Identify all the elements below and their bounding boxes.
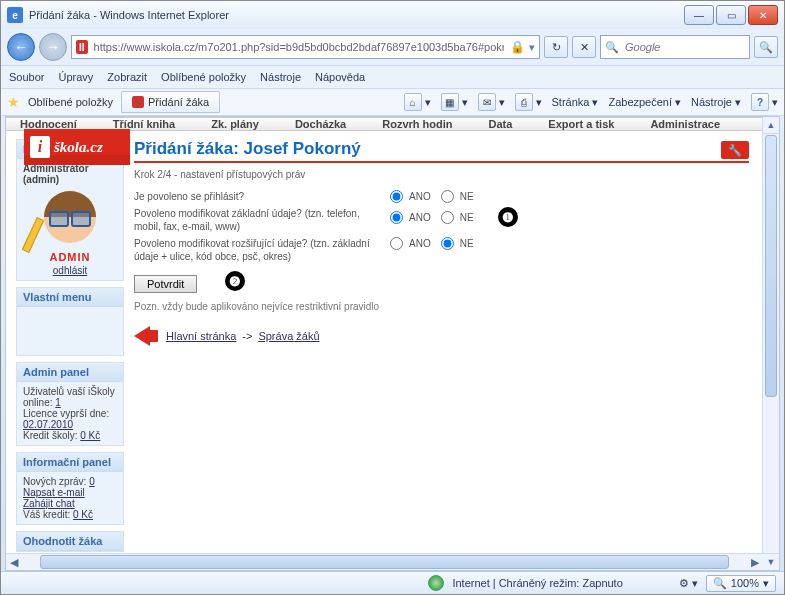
- statusbar: Internet | Chráněný režim: Zapnuto ⚙ ▾ 🔍…: [1, 571, 784, 594]
- form-row-basic: Povoleno modifikovat základní údaje? (tz…: [134, 207, 749, 233]
- panel-admin: Admin panel Uživatelů vaší iŠkoly online…: [16, 362, 124, 446]
- breadcrumb-home[interactable]: Hlavní stránka: [166, 330, 236, 342]
- new-messages-link[interactable]: 0: [89, 476, 95, 487]
- site-logo[interactable]: i škola.cz: [24, 129, 130, 165]
- logout-link[interactable]: odhlásit: [53, 265, 87, 276]
- zoom-control[interactable]: 🔍 100% ▾: [706, 575, 776, 592]
- scroll-down-icon[interactable]: ▼: [763, 553, 779, 570]
- subnav-administrace[interactable]: Administrace: [650, 118, 720, 130]
- back-arrow-icon: [134, 326, 150, 346]
- panel-info: Informační panel Nových zpráv: 0 Napsat …: [16, 452, 124, 525]
- print-icon[interactable]: ⎙: [515, 93, 533, 111]
- breadcrumb-current[interactable]: Správa žáků: [258, 330, 319, 342]
- subnav-rozvrh[interactable]: Rozvrh hodin: [382, 118, 452, 130]
- menu-edit[interactable]: Úpravy: [58, 71, 93, 83]
- subnav-dochazka[interactable]: Docházka: [295, 118, 346, 130]
- users-online-link[interactable]: 1: [55, 397, 61, 408]
- address-bar[interactable]: II 🔒 ▾: [71, 35, 540, 59]
- protected-mode-icon[interactable]: ⚙ ▾: [679, 577, 698, 590]
- form-row-extended: Povoleno modifikovat rozšiřující údaje? …: [134, 237, 749, 263]
- hscroll-thumb[interactable]: [40, 555, 729, 569]
- status-zone: Internet | Chráněný režim: Zapnuto: [452, 577, 622, 589]
- favorites-row: ★ Oblíbené položky Přidání žáka ⌂▾ ▦▾ ✉▾…: [1, 89, 784, 116]
- home-icon[interactable]: ⌂: [404, 93, 422, 111]
- step-label: Krok 2/4 - nastavení přístupových práv: [134, 169, 749, 180]
- chevron-down-icon[interactable]: ▾: [536, 96, 542, 109]
- chevron-down-icon[interactable]: ▾: [772, 96, 778, 109]
- search-provider-icon: 🔍: [605, 41, 619, 54]
- menubar: Soubor Úpravy Zobrazit Oblíbené položky …: [1, 65, 784, 89]
- subnav-data[interactable]: Data: [489, 118, 513, 130]
- subnav-zk-plany[interactable]: Zk. plány: [211, 118, 259, 130]
- school-credit-link[interactable]: 0 Kč: [80, 430, 100, 441]
- cmd-safety[interactable]: Zabezpečení ▾: [608, 96, 681, 109]
- menu-help[interactable]: Nápověda: [315, 71, 365, 83]
- search-input[interactable]: [623, 40, 745, 54]
- menu-tools[interactable]: Nástroje: [260, 71, 301, 83]
- radio-login-no[interactable]: [441, 190, 454, 203]
- maximize-button[interactable]: ▭: [716, 5, 746, 25]
- avatar-icon: [35, 189, 105, 249]
- write-email-link[interactable]: Napsat e-mail: [23, 487, 85, 498]
- scroll-thumb[interactable]: [765, 135, 777, 397]
- submit-button[interactable]: Potvrdit: [134, 275, 197, 293]
- favorites-star-icon[interactable]: ★: [7, 94, 20, 110]
- back-button[interactable]: ←: [7, 33, 35, 61]
- refresh-button[interactable]: ↻: [544, 36, 568, 58]
- chevron-down-icon[interactable]: ▾: [499, 96, 505, 109]
- address-row: ← → II 🔒 ▾ ↻ ✕ 🔍 🔍: [1, 29, 784, 65]
- radio-ext-no[interactable]: [441, 237, 454, 250]
- radio-ext-yes[interactable]: [390, 237, 403, 250]
- vertical-scrollbar[interactable]: ▲ ▼: [762, 117, 779, 570]
- search-go-button[interactable]: 🔍: [754, 36, 778, 58]
- favorites-label[interactable]: Oblíbené položky: [28, 96, 113, 108]
- url-input[interactable]: [92, 40, 506, 54]
- logo-text: škola.cz: [54, 139, 103, 156]
- panel-rate-header: Ohodnotit žáka: [17, 532, 123, 551]
- close-button[interactable]: ✕: [748, 5, 778, 25]
- horizontal-scrollbar[interactable]: ◀ ▶: [6, 553, 763, 570]
- search-box[interactable]: 🔍: [600, 35, 750, 59]
- minimize-button[interactable]: —: [684, 5, 714, 25]
- cmd-tools[interactable]: Nástroje ▾: [691, 96, 741, 109]
- titlebar: e Přidání žáka - Windows Internet Explor…: [1, 1, 784, 29]
- feeds-icon[interactable]: ▦: [441, 93, 459, 111]
- stop-button[interactable]: ✕: [572, 36, 596, 58]
- cmd-page[interactable]: Stránka ▾: [552, 96, 599, 109]
- radio-basic-yes[interactable]: [390, 211, 403, 224]
- tab-title: Přidání žáka: [148, 96, 209, 108]
- panel-rate: Ohodnotit žáka: [16, 531, 124, 552]
- chevron-down-icon[interactable]: ▾: [462, 96, 468, 109]
- browser-tab[interactable]: Přidání žáka: [121, 91, 220, 113]
- start-chat-link[interactable]: Zahájit chat: [23, 498, 75, 509]
- scroll-up-icon[interactable]: ▲: [763, 117, 779, 134]
- dropdown-icon[interactable]: ▾: [529, 41, 535, 54]
- radio-basic-no[interactable]: [441, 211, 454, 224]
- form-note: Pozn. vždy bude aplikováno nejvíce restr…: [134, 301, 749, 312]
- panel-menu-header: Vlastní menu: [17, 288, 123, 307]
- ie-favicon-icon: e: [7, 7, 23, 23]
- chevron-down-icon[interactable]: ▾: [425, 96, 431, 109]
- main-panel: 🔧 Přidání žáka: Josef Pokorný Krok 2/4 -…: [134, 139, 749, 554]
- page-content: i škola.cz Agenda Výuka Aplikace Komunik…: [6, 117, 763, 554]
- form-row-login: Je povoleno se přihlásit? ANO NE: [134, 190, 749, 203]
- toolbar-icon[interactable]: 🔧: [721, 141, 749, 159]
- admin-label: ADMIN: [23, 251, 117, 263]
- login-user: Administrátor (admin): [23, 163, 117, 185]
- menu-view[interactable]: Zobrazit: [107, 71, 147, 83]
- help-icon[interactable]: ?: [751, 93, 769, 111]
- subnav-export[interactable]: Export a tisk: [548, 118, 614, 130]
- menu-file[interactable]: Soubor: [9, 71, 44, 83]
- licence-date-link[interactable]: 02.07.2010: [23, 419, 73, 430]
- your-credit-link[interactable]: 0 Kč: [73, 509, 93, 520]
- breadcrumb-sep: ->: [242, 330, 252, 342]
- scroll-right-icon[interactable]: ▶: [747, 556, 763, 569]
- radio-login-yes[interactable]: [390, 190, 403, 203]
- forward-button[interactable]: →: [39, 33, 67, 61]
- mail-icon[interactable]: ✉: [478, 93, 496, 111]
- app-window: e Přidání žáka - Windows Internet Explor…: [0, 0, 785, 595]
- menu-favorites[interactable]: Oblíbené položky: [161, 71, 246, 83]
- viewport: i škola.cz Agenda Výuka Aplikace Komunik…: [5, 116, 780, 571]
- scroll-left-icon[interactable]: ◀: [6, 556, 22, 569]
- command-bar: ⌂▾ ▦▾ ✉▾ ⎙▾ Stránka ▾ Zabezpečení ▾ Nást…: [404, 93, 779, 111]
